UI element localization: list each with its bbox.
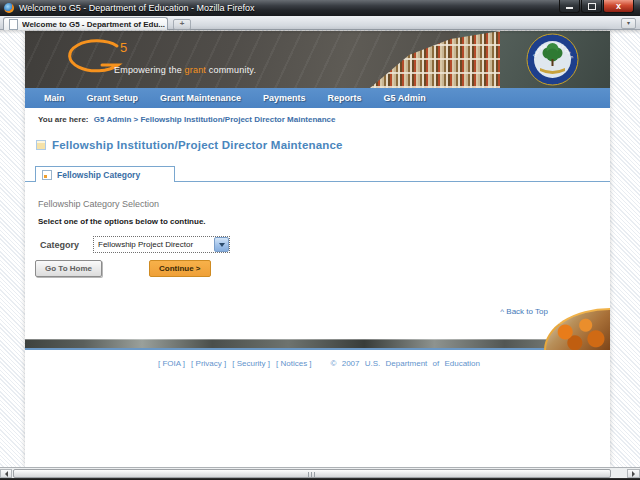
- metal-divider-strip: [25, 339, 610, 348]
- window-title: Welcome to G5 - Department of Education …: [19, 0, 254, 16]
- nav-item-reports[interactable]: Reports: [317, 93, 373, 103]
- scroll-right-button[interactable]: [627, 469, 640, 478]
- bookshelf-photo: [370, 31, 500, 88]
- breadcrumb: You are here: G5 Admin > Fellowship Inst…: [38, 115, 336, 124]
- page-icon: [9, 19, 18, 30]
- category-select[interactable]: Fellowship Project Director: [93, 236, 230, 253]
- tab-icon: [42, 170, 52, 180]
- chevron-down-icon: [219, 243, 225, 247]
- browser-tab[interactable]: Welcome to G5 - Department of Edu...: [3, 17, 168, 30]
- category-row: Category Fellowship Project Director: [40, 236, 230, 253]
- g5-header-banner: 5 Empowering the grant community. DEPART…: [25, 31, 610, 88]
- tab-fellowship-category[interactable]: Fellowship Category: [35, 166, 175, 182]
- close-icon: x: [616, 1, 621, 12]
- footer: [ FOIA ] [ Privacy ] [ Security ] [ Noti…: [25, 359, 610, 368]
- instruction-text: Select one of the options below to conti…: [38, 217, 206, 226]
- section-heading: Fellowship Category Selection: [38, 199, 159, 209]
- scroll-right-icon: [632, 471, 635, 477]
- nav-item-g5-admin[interactable]: G5 Admin: [373, 93, 437, 103]
- scroll-left-icon: [5, 471, 8, 477]
- scrollbar-grip-icon: [308, 472, 316, 477]
- tab-label: Fellowship Category: [57, 170, 140, 180]
- nav-item-main[interactable]: Main: [33, 93, 76, 103]
- page-viewport: 5 Empowering the grant community. DEPART…: [0, 30, 640, 467]
- tagline: Empowering the grant community.: [114, 65, 256, 75]
- page-title: Fellowship Institution/Project Director …: [52, 139, 343, 151]
- restore-icon: [588, 3, 596, 10]
- logo-number: 5: [120, 40, 127, 55]
- footer-link-privacy[interactable]: [ Privacy ]: [191, 359, 226, 368]
- go-to-home-button[interactable]: Go To Home: [35, 260, 102, 277]
- minimize-icon: [566, 7, 573, 9]
- firefox-icon: [4, 3, 14, 13]
- dept-of-education-seal: DEPARTMENT OF EDUCATION: [526, 33, 579, 86]
- page-content: 5 Empowering the grant community. DEPART…: [25, 31, 610, 467]
- buttons-row: Go To Home Continue >: [35, 260, 211, 277]
- window-controls: x: [558, 0, 634, 13]
- tab-strip: Welcome to G5 - Department of Edu... +: [0, 16, 640, 30]
- back-to-top-link[interactable]: ^ Back to Top: [500, 307, 548, 316]
- category-selected-value: Fellowship Project Director: [94, 240, 214, 249]
- close-button[interactable]: x: [603, 0, 634, 13]
- scroll-left-button[interactable]: [0, 469, 12, 478]
- footer-link-foia[interactable]: [ FOIA ]: [158, 359, 185, 368]
- firefox-window: Welcome to G5 - Department of Education …: [0, 0, 640, 480]
- breadcrumb-path[interactable]: G5 Admin > Fellowship Institution/Projec…: [94, 115, 336, 124]
- minimize-button[interactable]: [559, 0, 580, 13]
- new-tab-button[interactable]: +: [173, 19, 191, 30]
- list-tabs-button[interactable]: [621, 18, 636, 29]
- browser-tab-title: Welcome to G5 - Department of Edu...: [22, 20, 165, 29]
- copyright-text: © 2007 U.S. Department of Education: [331, 359, 480, 368]
- footer-link-security[interactable]: [ Security ]: [232, 359, 270, 368]
- page-title-row: Fellowship Institution/Project Director …: [36, 139, 343, 151]
- horizontal-scrollbar[interactable]: [0, 467, 640, 478]
- document-icon: [36, 140, 46, 150]
- continue-button[interactable]: Continue >: [149, 260, 211, 277]
- main-navigation: Main Grant Setup Grant Maintenance Payme…: [25, 88, 610, 108]
- restore-button[interactable]: [581, 0, 602, 13]
- classroom-desks-photo: [544, 308, 610, 350]
- window-titlebar[interactable]: Welcome to G5 - Department of Education …: [0, 0, 640, 16]
- nav-item-grant-setup[interactable]: Grant Setup: [76, 93, 150, 103]
- g5-logo: 5: [57, 37, 139, 83]
- select-dropdown-button[interactable]: [214, 237, 229, 252]
- nav-item-payments[interactable]: Payments: [252, 93, 317, 103]
- nav-item-grant-maintenance[interactable]: Grant Maintenance: [149, 93, 252, 103]
- footer-link-notices[interactable]: [ Notices ]: [276, 359, 312, 368]
- breadcrumb-prefix: You are here:: [38, 115, 89, 124]
- blue-divider-line: [25, 348, 610, 350]
- category-label: Category: [40, 240, 79, 250]
- scrollbar-thumb[interactable]: [13, 469, 611, 478]
